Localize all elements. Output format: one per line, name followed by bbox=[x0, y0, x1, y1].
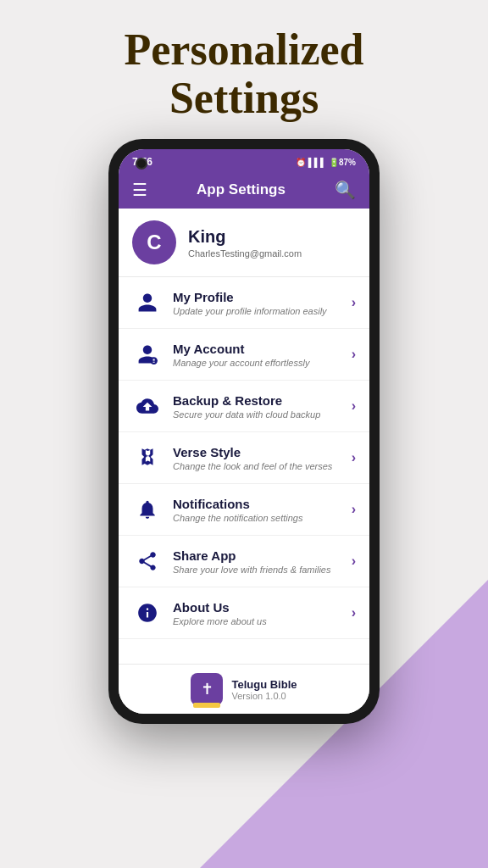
about-content: About Us Explore more about us bbox=[173, 600, 352, 626]
phone-wrapper: 7:56 ⏰ ▌▌▌ 🔋87% ☰ App Settings 🔍 C bbox=[0, 139, 488, 724]
verse-style-subtitle: Change the look and feel of the verses bbox=[173, 461, 352, 471]
app-logo-icon bbox=[191, 673, 223, 705]
alarm-icon: ⏰ bbox=[296, 158, 306, 167]
profile-content: My Profile Update your profile informati… bbox=[173, 290, 352, 316]
status-icons: ⏰ ▌▌▌ 🔋87% bbox=[296, 158, 356, 167]
share-chevron-icon: › bbox=[352, 554, 356, 569]
account-title: My Account bbox=[173, 342, 352, 356]
notifications-chevron-icon: › bbox=[352, 502, 356, 517]
notifications-subtitle: Change the notification settings bbox=[173, 513, 352, 523]
hamburger-icon[interactable]: ☰ bbox=[132, 180, 147, 200]
footer-text: Telugu Bible Version 1.0.0 bbox=[231, 678, 297, 701]
verse-style-content: Verse Style Change the look and feel of … bbox=[173, 445, 352, 471]
user-header: C King CharlesTesting@gmail.com bbox=[119, 209, 369, 277]
info-icon bbox=[132, 598, 163, 628]
settings-item-my-profile[interactable]: My Profile Update your profile informati… bbox=[119, 277, 369, 329]
profile-subtitle: Update your profile information easily bbox=[173, 306, 352, 316]
phone-device: 7:56 ⏰ ▌▌▌ 🔋87% ☰ App Settings 🔍 C bbox=[108, 139, 380, 724]
share-subtitle: Share your love with friends & families bbox=[173, 565, 352, 575]
share-icon bbox=[132, 546, 163, 576]
verse-style-chevron-icon: › bbox=[352, 450, 356, 465]
footer-version: Version 1.0.0 bbox=[231, 691, 297, 701]
footer-app-name: Telugu Bible bbox=[231, 678, 297, 691]
settings-item-notifications[interactable]: Notifications Change the notification se… bbox=[119, 484, 369, 536]
account-icon bbox=[132, 339, 163, 370]
signal-icon: ▌▌▌ bbox=[308, 158, 326, 167]
app-bar-title: App Settings bbox=[197, 181, 286, 198]
profile-title: My Profile bbox=[173, 290, 352, 304]
verse-style-title: Verse Style bbox=[173, 445, 352, 459]
settings-item-my-account[interactable]: My Account Manage your account effortles… bbox=[119, 329, 369, 381]
backup-subtitle: Secure your data with cloud backup bbox=[173, 409, 352, 420]
battery-icon: 🔋87% bbox=[329, 158, 356, 167]
about-chevron-icon: › bbox=[352, 605, 356, 620]
user-email: CharlesTesting@gmail.com bbox=[188, 248, 302, 259]
settings-list: My Profile Update your profile informati… bbox=[119, 277, 369, 664]
profile-icon bbox=[132, 287, 163, 318]
share-title: Share App bbox=[173, 548, 352, 563]
backup-chevron-icon: › bbox=[352, 398, 356, 414]
page-title-section: Personalized Settings bbox=[0, 0, 488, 139]
settings-item-backup[interactable]: Backup & Restore Secure your data with c… bbox=[119, 381, 369, 432]
bell-icon bbox=[132, 494, 163, 525]
settings-item-verse-style[interactable]: Verse Style Change the look and feel of … bbox=[119, 432, 369, 484]
settings-item-about[interactable]: About Us Explore more about us › bbox=[119, 587, 369, 639]
verse-style-icon bbox=[132, 442, 163, 473]
avatar: C bbox=[132, 220, 176, 264]
notifications-title: Notifications bbox=[173, 497, 352, 511]
phone-screen: 7:56 ⏰ ▌▌▌ 🔋87% ☰ App Settings 🔍 C bbox=[119, 149, 369, 714]
app-footer: Telugu Bible Version 1.0.0 bbox=[119, 664, 369, 714]
user-name: King bbox=[188, 227, 302, 247]
about-title: About Us bbox=[173, 600, 352, 615]
app-bar: ☰ App Settings 🔍 bbox=[119, 171, 369, 209]
settings-item-share[interactable]: Share App Share your love with friends &… bbox=[119, 536, 369, 587]
about-subtitle: Explore more about us bbox=[173, 616, 352, 626]
backup-title: Backup & Restore bbox=[173, 393, 352, 408]
account-content: My Account Manage your account effortles… bbox=[173, 342, 352, 368]
user-info: King CharlesTesting@gmail.com bbox=[188, 227, 302, 259]
profile-chevron-icon: › bbox=[352, 295, 356, 310]
status-bar: 7:56 ⏰ ▌▌▌ 🔋87% bbox=[119, 149, 369, 171]
account-subtitle: Manage your account effortlessly bbox=[173, 358, 352, 368]
backup-icon bbox=[132, 391, 163, 421]
share-content: Share App Share your love with friends &… bbox=[173, 548, 352, 575]
account-chevron-icon: › bbox=[352, 347, 356, 362]
page-title: Personalized Settings bbox=[34, 25, 454, 122]
search-icon[interactable]: 🔍 bbox=[335, 180, 356, 200]
notifications-content: Notifications Change the notification se… bbox=[173, 497, 352, 523]
backup-content: Backup & Restore Secure your data with c… bbox=[173, 393, 352, 420]
